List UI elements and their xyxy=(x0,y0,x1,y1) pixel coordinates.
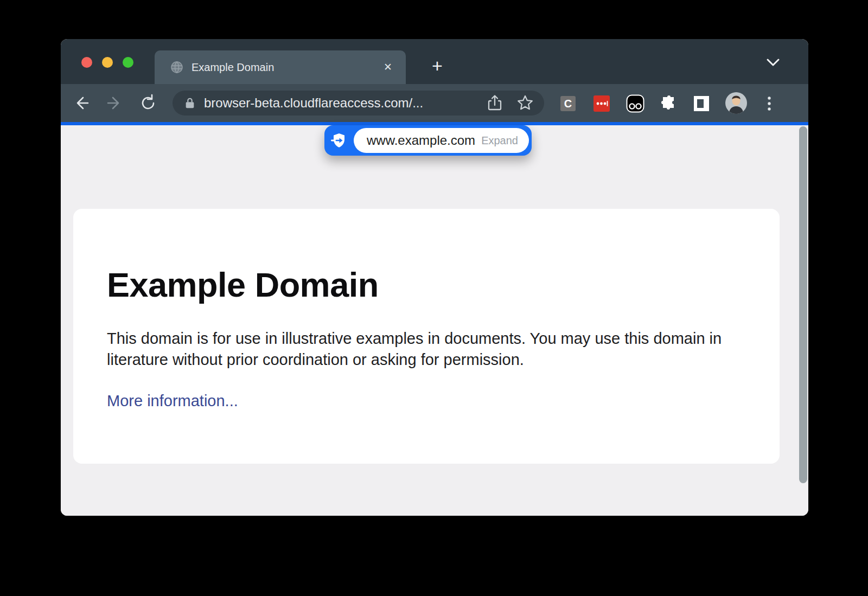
forward-button[interactable] xyxy=(105,93,124,113)
browser-window: Example Domain ✕ + xyxy=(61,39,808,516)
example-domain-card: Example Domain This domain is for use in… xyxy=(73,209,780,464)
extension-c-badge: C xyxy=(560,96,576,111)
chevron-down-icon[interactable] xyxy=(766,58,780,67)
url-text[interactable]: browser-beta.cloudflareaccess.com/... xyxy=(204,95,486,111)
back-button[interactable] xyxy=(72,93,91,113)
puzzle-icon xyxy=(661,95,677,112)
side-panel-icon xyxy=(693,95,710,112)
back-arrow-icon xyxy=(72,93,91,113)
address-bar[interactable]: browser-beta.cloudflareaccess.com/... xyxy=(173,91,544,116)
lastpass-icon xyxy=(593,95,610,112)
browser-menu-button[interactable] xyxy=(760,94,778,113)
shield-arrow-icon xyxy=(324,132,354,149)
share-icon xyxy=(486,94,504,112)
bookmark-button[interactable] xyxy=(516,94,534,112)
traffic-lights xyxy=(81,57,133,68)
isolation-domain-pill[interactable]: www.example.com Expand xyxy=(324,125,532,156)
share-button[interactable] xyxy=(486,94,504,112)
extensions-menu-button[interactable] xyxy=(660,94,678,113)
reload-icon xyxy=(138,93,158,113)
lock-icon xyxy=(184,97,195,109)
globe-icon xyxy=(171,61,183,73)
page-title: Example Domain xyxy=(107,265,746,304)
isolated-domain-text: www.example.com xyxy=(367,133,481,148)
forward-arrow-icon xyxy=(105,93,124,113)
tab-example-domain[interactable]: Example Domain ✕ xyxy=(155,50,406,84)
avatar xyxy=(725,92,748,114)
expand-button[interactable]: Expand xyxy=(481,134,518,147)
page-viewport: www.example.com Expand Example Domain Th… xyxy=(61,125,808,516)
vertical-scrollbar[interactable] xyxy=(799,126,807,483)
page-paragraph: This domain is for use in illustrative e… xyxy=(107,328,731,370)
isolation-domain-field[interactable]: www.example.com Expand xyxy=(354,128,529,153)
two-circles-icon xyxy=(626,94,644,113)
side-panel-button[interactable] xyxy=(692,94,711,113)
minimize-window-button[interactable] xyxy=(102,57,113,68)
tab-strip: Example Domain ✕ + xyxy=(61,39,808,84)
star-icon xyxy=(516,94,534,112)
extension-c-button[interactable]: C xyxy=(559,94,577,113)
tab-title: Example Domain xyxy=(192,61,380,74)
toolbar: browser-beta.cloudflareaccess.com/... C xyxy=(61,84,808,122)
reload-button[interactable] xyxy=(138,93,158,113)
extension-camera-button[interactable] xyxy=(626,94,644,113)
profile-avatar[interactable] xyxy=(725,92,748,114)
close-window-button[interactable] xyxy=(81,57,92,68)
more-information-link[interactable]: More information... xyxy=(107,392,238,410)
maximize-window-button[interactable] xyxy=(123,57,133,68)
new-tab-button[interactable]: + xyxy=(427,55,448,76)
kebab-menu-icon xyxy=(767,95,771,112)
extension-lastpass-button[interactable] xyxy=(592,94,611,113)
tab-close-button[interactable]: ✕ xyxy=(380,59,396,75)
